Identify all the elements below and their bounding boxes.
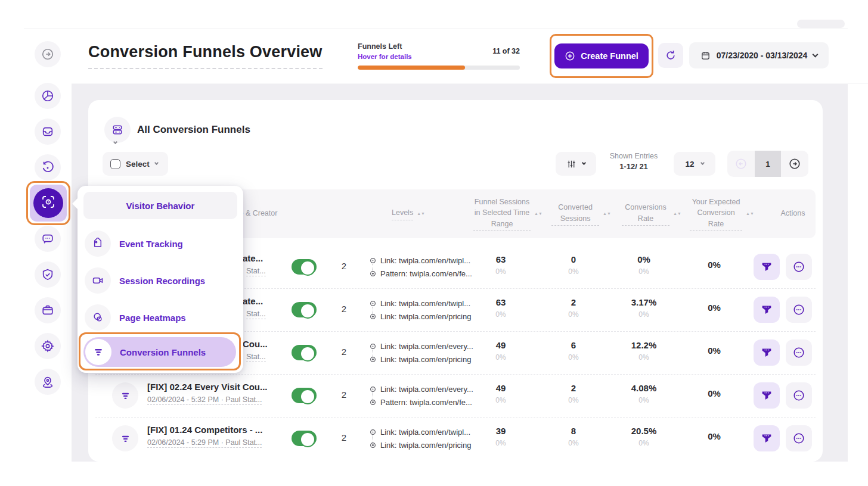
privacy-shield-icon[interactable] xyxy=(35,261,61,288)
funnel-active-toggle[interactable] xyxy=(292,302,317,317)
location-pin-icon[interactable] xyxy=(35,369,61,395)
previous-page-button[interactable] xyxy=(727,151,755,177)
column-header-converted-sessions[interactable]: Converted Sessions▲▼ xyxy=(546,189,616,238)
refresh-button[interactable] xyxy=(658,43,683,68)
refresh-icon xyxy=(665,49,677,61)
create-funnel-label: Create Funnel xyxy=(581,51,638,61)
converted-cell: 20% xyxy=(547,383,600,404)
funnel-action-icon xyxy=(760,389,773,402)
panel-title: All Conversion Funnels xyxy=(137,124,250,136)
sessions-cell: 630% xyxy=(474,297,528,319)
history-icon[interactable] xyxy=(35,154,61,180)
more-options-button[interactable] xyxy=(786,425,812,451)
funnels-left-widget: Funnels Left Hover for details 11 of 32 xyxy=(358,42,520,70)
feedback-icon[interactable] xyxy=(35,226,61,252)
sort-icon: ▲▼ xyxy=(603,212,611,216)
collapse-sidebar-icon[interactable] xyxy=(35,41,61,67)
expected-rate-cell: 0% xyxy=(687,303,741,313)
next-page-button[interactable] xyxy=(781,151,808,177)
rate-cell: 3.17%0% xyxy=(617,297,671,319)
sidebar-active-annotation xyxy=(26,181,70,225)
funnels-database-icon[interactable] xyxy=(104,117,131,143)
funnel-action-icon xyxy=(760,346,773,359)
menu-item-event-tracking[interactable]: Event Tracking xyxy=(83,228,237,260)
current-page[interactable]: 1 xyxy=(755,151,781,177)
more-options-button[interactable] xyxy=(786,254,812,280)
ellipsis-circle-icon xyxy=(792,346,805,359)
more-options-button[interactable] xyxy=(786,339,812,366)
view-funnel-button[interactable] xyxy=(754,339,780,366)
step-marker-icon xyxy=(370,270,376,277)
sessions-cell: 490% xyxy=(474,340,528,362)
column-filter-button[interactable] xyxy=(556,152,596,176)
funnel-name-cell[interactable]: [FIX] 02.24 Every Visit Cou... 02/06/202… xyxy=(147,382,289,405)
shown-entries-label: Shown Entries xyxy=(600,152,668,160)
page-size-dropdown[interactable]: 12 xyxy=(674,152,715,176)
view-funnel-button[interactable] xyxy=(754,382,780,409)
expected-rate-cell: 0% xyxy=(687,388,741,398)
more-options-button[interactable] xyxy=(786,382,812,409)
menu-item-page-heatmaps[interactable]: Page Heatmaps xyxy=(83,301,237,334)
view-funnel-button[interactable] xyxy=(754,254,780,280)
date-range-value: 07/23/2020 - 03/13/2024 xyxy=(717,51,808,60)
visitor-behavior-flyout: Visitor Behavior Event Tracking Session … xyxy=(78,186,243,373)
ellipsis-circle-icon xyxy=(792,260,805,273)
tag-icon xyxy=(85,230,111,257)
expected-rate-cell: 0% xyxy=(687,345,741,356)
chevron-down-icon xyxy=(813,51,819,57)
menu-item-conversion-funnels[interactable]: Conversion Funnels xyxy=(83,337,236,367)
rate-cell: 4.08%0% xyxy=(617,383,671,404)
sessions-cell: 630% xyxy=(474,254,528,276)
funnel-active-toggle[interactable] xyxy=(292,431,317,446)
step-marker-icon xyxy=(370,257,376,264)
funnel-row-icon xyxy=(112,382,138,409)
funnel-name-cell[interactable]: [FIX] 01.24 Competitors - ... 02/06/2024… xyxy=(147,425,289,448)
date-range-picker[interactable]: 07/23/2020 - 03/13/2024 xyxy=(689,42,829,68)
app-window: Conversion Funnels Overview Funnels Left… xyxy=(0,0,868,486)
levels-value: 2 xyxy=(326,347,362,357)
sessions-cell: 390% xyxy=(474,426,528,447)
table-row: [FIX] 02.24 Every Visit Cou... 02/06/202… xyxy=(88,374,823,417)
funnel-active-toggle[interactable] xyxy=(292,259,317,275)
create-funnel-button[interactable]: Create Funnel xyxy=(554,43,649,68)
funnel-active-toggle[interactable] xyxy=(292,345,317,360)
sort-icon: ▲▼ xyxy=(746,212,754,216)
sidebar-item-visitor-behavior[interactable] xyxy=(30,185,67,222)
view-funnel-button[interactable] xyxy=(754,425,780,451)
dashboard-icon[interactable] xyxy=(35,83,61,109)
levels-value: 2 xyxy=(326,261,362,271)
settings-gear-icon[interactable] xyxy=(35,333,61,359)
column-header-funnel-sessions[interactable]: Funnel Sessions in Selected Time Range▲▼ xyxy=(470,189,546,238)
rate-cell: 20.5%0% xyxy=(617,426,671,447)
column-header-conversions-rate[interactable]: Conversions Rate▲▼ xyxy=(616,189,687,238)
funnels-progress-fill xyxy=(358,66,465,70)
column-header-levels[interactable]: Levels▲▼ xyxy=(376,189,441,238)
select-dropdown[interactable]: Select xyxy=(103,152,168,176)
step-marker-icon xyxy=(370,343,376,350)
view-funnel-button[interactable] xyxy=(754,297,780,323)
table-row: [FIX] 01.24 Competitors - ... 02/06/2024… xyxy=(88,417,823,460)
menu-item-session-recordings[interactable]: Session Recordings xyxy=(83,264,237,297)
column-header-expected-rate[interactable]: Your Expected Conversion Rate▲▼ xyxy=(687,189,757,238)
sort-icon: ▲▼ xyxy=(673,212,681,216)
funnels-left-count: 11 of 32 xyxy=(492,47,520,55)
funnel-active-toggle[interactable] xyxy=(292,388,317,403)
funnel-action-icon xyxy=(760,303,773,316)
sidebar-nav xyxy=(24,29,72,462)
sort-icon: ▲▼ xyxy=(534,212,542,216)
sessions-cell: 490% xyxy=(474,383,528,404)
select-all-checkbox[interactable] xyxy=(110,159,120,169)
more-options-button[interactable] xyxy=(786,297,812,323)
briefcase-icon[interactable] xyxy=(35,297,61,323)
column-header-name[interactable]: te & Creator xyxy=(237,189,333,238)
page-title: Conversion Funnels Overview xyxy=(88,43,323,69)
pagination: 1 xyxy=(727,151,808,177)
inbox-icon[interactable] xyxy=(35,119,61,145)
funnel-action-icon xyxy=(760,432,773,445)
expected-rate-cell: 0% xyxy=(687,431,741,441)
step-marker-icon xyxy=(370,429,376,435)
expected-rate-cell: 0% xyxy=(687,260,741,270)
rate-cell: 0%0% xyxy=(617,254,671,276)
converted-cell: 60% xyxy=(547,340,600,362)
partial-element xyxy=(797,20,845,28)
